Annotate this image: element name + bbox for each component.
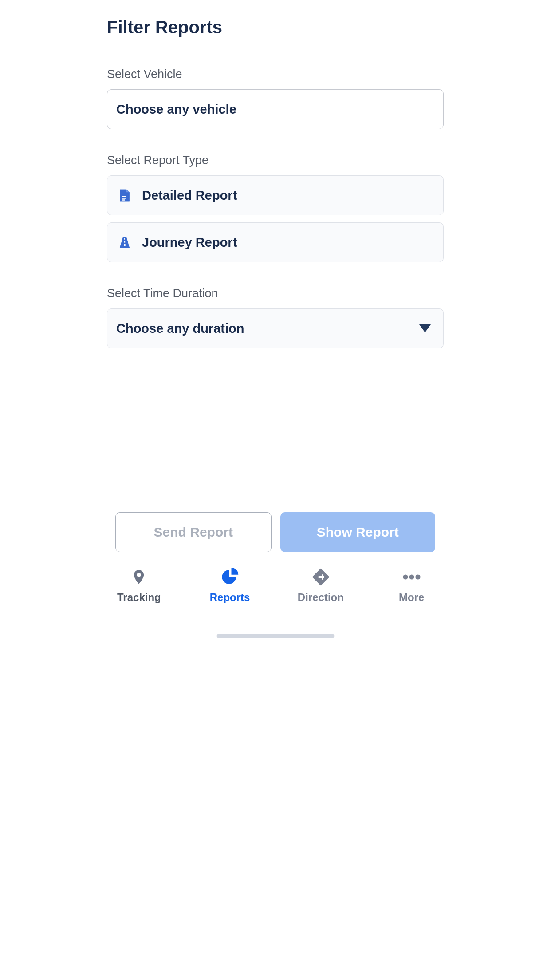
- tab-tracking[interactable]: Tracking: [94, 567, 185, 646]
- chevron-down-icon: [419, 324, 431, 332]
- show-report-button[interactable]: Show Report: [280, 512, 436, 552]
- page-title: Filter Reports: [107, 17, 444, 37]
- road-icon: [116, 234, 133, 251]
- tab-label: Direction: [298, 591, 344, 604]
- vehicle-select-value: Choose any vehicle: [116, 102, 236, 117]
- svg-point-6: [403, 574, 408, 579]
- svg-rect-4: [124, 241, 126, 242]
- report-option-label: Detailed Report: [142, 188, 237, 203]
- piechart-icon: [220, 567, 240, 587]
- tab-more[interactable]: More: [366, 567, 457, 646]
- svg-point-8: [415, 574, 420, 579]
- pin-icon: [129, 567, 149, 587]
- app-screen: Filter Reports Select Vehicle Choose any…: [94, 0, 457, 646]
- svg-rect-0: [122, 196, 126, 197]
- report-type-detailed[interactable]: Detailed Report: [107, 175, 444, 215]
- home-indicator: [216, 634, 334, 638]
- svg-rect-3: [124, 238, 125, 240]
- select-report-type-label: Select Report Type: [107, 154, 444, 167]
- svg-rect-2: [122, 199, 125, 200]
- send-report-label: Send Report: [154, 525, 233, 540]
- select-duration-label: Select Time Duration: [107, 287, 444, 300]
- send-report-button[interactable]: Send Report: [115, 512, 272, 552]
- tab-label: More: [399, 591, 424, 604]
- select-vehicle-label: Select Vehicle: [107, 67, 444, 81]
- more-icon: [402, 567, 421, 587]
- vehicle-select[interactable]: Choose any vehicle: [107, 89, 444, 129]
- show-report-label: Show Report: [317, 525, 399, 540]
- duration-select[interactable]: Choose any duration: [107, 308, 444, 348]
- tab-label: Tracking: [117, 591, 161, 604]
- duration-select-value: Choose any duration: [116, 321, 244, 336]
- action-buttons: Send Report Show Report: [115, 512, 435, 552]
- report-option-label: Journey Report: [142, 235, 237, 250]
- bottom-tabbar: Tracking Reports Direction: [94, 559, 457, 646]
- svg-rect-1: [122, 198, 126, 198]
- report-type-journey[interactable]: Journey Report: [107, 222, 444, 262]
- directions-icon: [311, 567, 331, 587]
- svg-point-7: [409, 574, 414, 579]
- tab-label: Reports: [210, 591, 250, 604]
- svg-rect-5: [124, 244, 125, 246]
- document-icon: [116, 187, 133, 204]
